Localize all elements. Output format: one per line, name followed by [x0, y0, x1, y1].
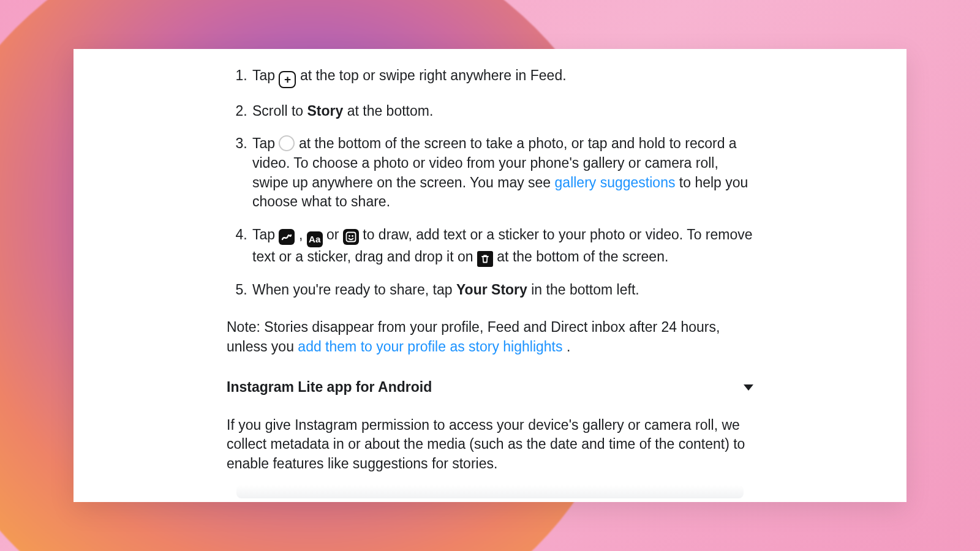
permission-paragraph: If you give Instagram permission to acce…: [227, 416, 753, 474]
svg-point-2: [352, 235, 353, 237]
step-4: Tap , Aa or to draw, add text or a stick…: [251, 225, 753, 267]
text: at the bottom.: [347, 103, 434, 119]
sticker-smiley-icon: [343, 229, 359, 245]
step-2: Scroll to Story at the bottom.: [251, 102, 753, 121]
bottom-fade-bar: [236, 485, 744, 498]
help-card: Tap + at the top or swipe right anywhere…: [74, 49, 907, 502]
gallery-suggestions-link[interactable]: gallery suggestions: [555, 174, 676, 190]
story-highlights-link[interactable]: add them to your profile as story highli…: [298, 339, 562, 354]
text: Tap: [252, 135, 279, 151]
text: Tap: [252, 67, 279, 83]
text: at the top or swipe right anywhere in Fe…: [300, 67, 567, 83]
note-paragraph: Note: Stories disappear from your profil…: [227, 318, 753, 356]
svg-rect-0: [346, 233, 355, 242]
page-background: Tap + at the top or swipe right anywhere…: [0, 0, 980, 551]
step-3: Tap at the bottom of the screen to take …: [251, 134, 753, 212]
text: .: [567, 339, 570, 354]
text: When you're ready to share, tap: [252, 282, 456, 298]
instagram-lite-accordion[interactable]: Instagram Lite app for Android: [227, 378, 753, 397]
text: ,: [299, 227, 307, 242]
your-story-label: Your Story: [456, 282, 527, 298]
plus-icon: +: [279, 71, 296, 88]
text-aa-icon: Aa: [307, 231, 323, 247]
text: or: [326, 227, 343, 242]
instruction-list: Tap + at the top or swipe right anywhere…: [227, 66, 753, 299]
text: Scroll to: [252, 103, 307, 119]
trash-icon: [477, 251, 493, 267]
draw-squiggle-icon: [279, 229, 295, 245]
story-label: Story: [307, 103, 343, 119]
step-1: Tap + at the top or swipe right anywhere…: [251, 66, 753, 88]
accordion-title: Instagram Lite app for Android: [227, 378, 432, 397]
help-content: Tap + at the top or swipe right anywhere…: [74, 49, 907, 498]
step-5: When you're ready to share, tap Your Sto…: [251, 280, 753, 300]
text: at the bottom of the screen.: [497, 249, 668, 264]
text: Tap: [252, 227, 279, 242]
chevron-down-icon: [744, 384, 753, 391]
text: in the bottom left.: [531, 282, 639, 298]
svg-point-1: [349, 235, 350, 237]
shutter-circle-icon: [279, 135, 295, 151]
